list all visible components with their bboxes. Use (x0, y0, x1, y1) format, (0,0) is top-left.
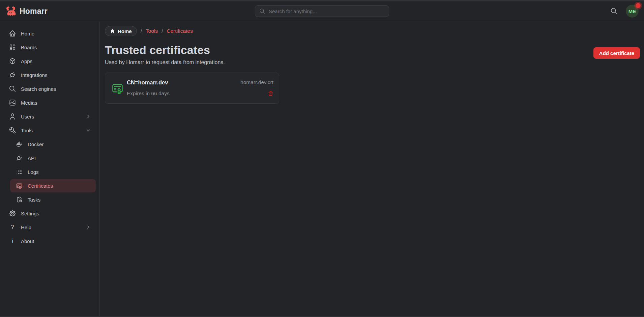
sidebar-item-label: Logs (28, 169, 39, 175)
certificate-icon-wrap (111, 78, 124, 98)
trash-icon (268, 90, 273, 96)
sidebar-item-help[interactable]: ? Help (3, 220, 96, 234)
sidebar-nav: Home Boards Apps Integrations Search eng… (0, 22, 99, 316)
certificate-icon (111, 82, 124, 95)
user-menu[interactable]: ME (626, 5, 639, 18)
sidebar-item-label: Search engines (21, 86, 56, 92)
sidebar-item-tasks[interactable]: Tasks (10, 193, 96, 206)
sidebar-item-label: Settings (21, 211, 39, 216)
sidebar-item-home[interactable]: Home (3, 27, 96, 40)
sidebar-item-label: Docker (28, 141, 44, 147)
certificate-card: CN=homarr.dev homarr.dev.crt Expires in … (105, 73, 279, 104)
header-search-button[interactable] (610, 7, 618, 16)
chevron-down-icon (86, 128, 91, 133)
certificate-icon (16, 182, 23, 189)
plug-icon (16, 154, 23, 162)
sidebar-item-label: Help (21, 224, 31, 230)
info-icon: i (9, 237, 16, 245)
sidebar-item-label: Certificates (28, 183, 53, 189)
sidebar-item-settings[interactable]: Settings (3, 207, 96, 220)
photo-icon (9, 99, 16, 106)
chevron-right-icon (86, 224, 91, 230)
homarr-logo-icon (5, 6, 16, 17)
app-header: Homarr ME (0, 1, 644, 21)
wrench-icon (9, 127, 16, 134)
breadcrumb-tools[interactable]: Tools (146, 28, 158, 34)
page-title: Trusted certificates (105, 44, 640, 56)
main-content: Home / Tools / Certificates Trusted cert… (100, 22, 644, 316)
app-logo-group[interactable]: Homarr (5, 6, 48, 17)
page-subtitle: Used by Homarr to request data from inte… (105, 59, 640, 65)
sidebar-item-label: Users (21, 114, 34, 120)
home-icon (110, 29, 115, 34)
sidebar-item-label: About (21, 238, 34, 244)
sidebar-item-integrations[interactable]: Integrations (3, 68, 96, 82)
breadcrumb-separator: / (162, 28, 163, 34)
breadcrumb: Home / Tools / Certificates (105, 26, 640, 36)
delete-certificate-button[interactable] (265, 90, 273, 97)
search-icon (610, 7, 618, 15)
sidebar-item-apps[interactable]: Apps (3, 54, 96, 68)
sidebar-item-label: Apps (21, 58, 32, 64)
user-icon (9, 113, 16, 120)
sidebar-item-logs[interactable]: Logs (10, 165, 96, 179)
sidebar-item-label: Home (21, 31, 34, 36)
sidebar-item-medias[interactable]: Medias (3, 96, 96, 109)
search-input[interactable] (269, 8, 385, 14)
help-icon: ? (9, 223, 16, 231)
apps-box-icon (9, 57, 16, 65)
app-title: Homarr (20, 7, 48, 16)
certificate-file-name: homarr.dev.crt (240, 79, 273, 85)
boards-icon (9, 44, 16, 51)
certificate-expiry: Expires in 66 days (127, 90, 170, 97)
window-top-edge (0, 0, 644, 1)
search-icon (259, 8, 265, 14)
sidebar-item-boards[interactable]: Boards (3, 41, 96, 54)
breadcrumb-certificates[interactable]: Certificates (167, 28, 193, 34)
tasks-clipboard-icon (16, 196, 23, 203)
sidebar-item-label: Integrations (21, 72, 47, 78)
sidebar-item-label: API (28, 155, 36, 161)
breadcrumb-home[interactable]: Home (105, 26, 137, 36)
notification-badge (636, 3, 641, 8)
sidebar-item-label: Tools (21, 128, 33, 133)
sidebar-item-tools[interactable]: Tools (3, 124, 96, 137)
sidebar-item-label: Boards (21, 45, 37, 50)
plug-icon (9, 71, 16, 79)
sidebar-item-label: Medias (21, 100, 37, 106)
sidebar-item-docker[interactable]: Docker (10, 137, 96, 151)
gear-icon (9, 210, 16, 217)
sidebar-item-certificates[interactable]: Certificates (10, 179, 96, 192)
sidebar-item-api[interactable]: API (10, 151, 96, 165)
sidebar-item-users[interactable]: Users (3, 110, 96, 123)
sidebar-item-search-engines[interactable]: Search engines (3, 82, 96, 96)
breadcrumb-separator: / (141, 28, 142, 34)
sidebar-item-label: Tasks (28, 197, 40, 203)
certificate-common-name: CN=homarr.dev (127, 79, 168, 86)
sidebar-item-about[interactable]: i About (3, 234, 96, 248)
logs-icon (16, 168, 23, 176)
chevron-right-icon (86, 114, 91, 119)
home-icon (9, 30, 16, 37)
breadcrumb-home-label: Home (118, 28, 132, 34)
search-icon (9, 85, 16, 93)
add-certificate-button[interactable]: Add certificate (593, 47, 640, 59)
docker-icon (16, 140, 23, 148)
global-search-box[interactable] (255, 5, 389, 17)
